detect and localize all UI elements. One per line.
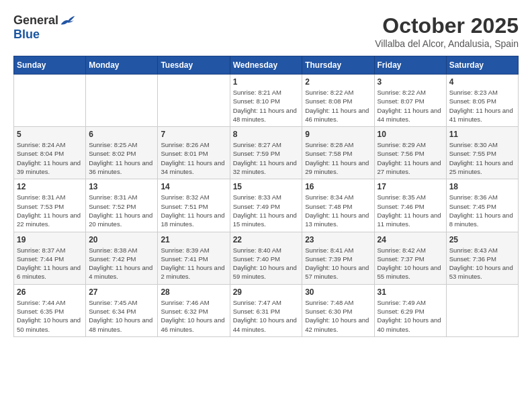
day-info: Sunrise: 7:45 AM Sunset: 6:34 PM Dayligh… xyxy=(89,298,154,334)
day-number: 23 xyxy=(305,235,371,244)
calendar-cell xyxy=(14,75,86,127)
day-number: 13 xyxy=(89,182,154,191)
calendar-cell: 1Sunrise: 8:21 AM Sunset: 8:10 PM Daylig… xyxy=(230,75,302,127)
day-info: Sunrise: 8:34 AM Sunset: 7:48 PM Dayligh… xyxy=(305,193,371,228)
day-of-week-header: Friday xyxy=(374,56,446,75)
day-number: 16 xyxy=(305,182,371,191)
day-number: 11 xyxy=(449,130,515,139)
calendar-cell: 15Sunrise: 8:33 AM Sunset: 7:49 PM Dayli… xyxy=(230,179,302,232)
calendar-cell: 12Sunrise: 8:31 AM Sunset: 7:53 PM Dayli… xyxy=(14,179,86,232)
day-info: Sunrise: 8:22 AM Sunset: 8:08 PM Dayligh… xyxy=(305,88,371,124)
day-number: 12 xyxy=(17,182,83,191)
calendar-cell: 5Sunrise: 8:24 AM Sunset: 8:04 PM Daylig… xyxy=(14,127,86,179)
calendar-cell xyxy=(86,75,158,127)
day-info: Sunrise: 7:44 AM Sunset: 6:35 PM Dayligh… xyxy=(17,298,83,334)
day-info: Sunrise: 8:29 AM Sunset: 7:56 PM Dayligh… xyxy=(378,140,443,176)
calendar-cell: 31Sunrise: 7:49 AM Sunset: 6:29 PM Dayli… xyxy=(374,284,446,336)
calendar-cell xyxy=(446,284,518,336)
calendar-cell xyxy=(158,75,230,127)
calendar-cell: 8Sunrise: 8:27 AM Sunset: 7:59 PM Daylig… xyxy=(230,127,302,179)
logo-general-text: General xyxy=(13,13,58,28)
calendar-cell: 17Sunrise: 8:35 AM Sunset: 7:46 PM Dayli… xyxy=(374,179,446,232)
day-number: 5 xyxy=(17,130,83,139)
calendar-cell: 25Sunrise: 8:43 AM Sunset: 7:36 PM Dayli… xyxy=(446,232,518,284)
day-of-week-header: Sunday xyxy=(14,56,86,75)
month-title: October 2025 xyxy=(375,13,519,38)
day-info: Sunrise: 7:48 AM Sunset: 6:30 PM Dayligh… xyxy=(305,298,371,334)
calendar-cell: 6Sunrise: 8:25 AM Sunset: 8:02 PM Daylig… xyxy=(86,127,158,179)
day-number: 7 xyxy=(161,130,226,139)
day-info: Sunrise: 7:49 AM Sunset: 6:29 PM Dayligh… xyxy=(378,298,443,334)
day-info: Sunrise: 8:22 AM Sunset: 8:07 PM Dayligh… xyxy=(378,88,443,124)
day-number: 1 xyxy=(233,77,300,87)
day-info: Sunrise: 8:31 AM Sunset: 7:52 PM Dayligh… xyxy=(89,193,154,228)
day-info: Sunrise: 8:28 AM Sunset: 7:58 PM Dayligh… xyxy=(305,140,371,176)
day-info: Sunrise: 8:36 AM Sunset: 7:45 PM Dayligh… xyxy=(449,193,515,228)
day-number: 26 xyxy=(17,287,83,297)
calendar-cell: 9Sunrise: 8:28 AM Sunset: 7:58 PM Daylig… xyxy=(302,127,374,179)
calendar-week-row: 12Sunrise: 8:31 AM Sunset: 7:53 PM Dayli… xyxy=(14,179,519,232)
day-number: 25 xyxy=(449,235,515,244)
calendar-cell: 7Sunrise: 8:26 AM Sunset: 8:01 PM Daylig… xyxy=(158,127,230,179)
calendar: SundayMondayTuesdayWednesdayThursdayFrid… xyxy=(13,56,519,337)
calendar-cell: 20Sunrise: 8:38 AM Sunset: 7:42 PM Dayli… xyxy=(86,232,158,284)
title-area: October 2025 Villalba del Alcor, Andalus… xyxy=(375,13,519,49)
calendar-cell: 28Sunrise: 7:46 AM Sunset: 6:32 PM Dayli… xyxy=(158,284,230,336)
day-info: Sunrise: 8:35 AM Sunset: 7:46 PM Dayligh… xyxy=(378,193,443,228)
logo: General Blue xyxy=(13,13,76,42)
day-number: 9 xyxy=(305,130,371,139)
day-info: Sunrise: 8:25 AM Sunset: 8:02 PM Dayligh… xyxy=(89,140,154,176)
calendar-cell: 27Sunrise: 7:45 AM Sunset: 6:34 PM Dayli… xyxy=(86,284,158,336)
day-number: 3 xyxy=(378,77,443,87)
day-of-week-header: Saturday xyxy=(446,56,518,75)
day-number: 15 xyxy=(233,182,300,191)
day-info: Sunrise: 8:26 AM Sunset: 8:01 PM Dayligh… xyxy=(161,140,226,176)
day-info: Sunrise: 8:37 AM Sunset: 7:44 PM Dayligh… xyxy=(17,246,83,281)
day-number: 6 xyxy=(89,130,154,139)
logo-blue-text: Blue xyxy=(13,28,40,42)
day-number: 4 xyxy=(449,77,515,87)
calendar-week-row: 26Sunrise: 7:44 AM Sunset: 6:35 PM Dayli… xyxy=(14,284,519,336)
day-number: 24 xyxy=(378,235,443,244)
day-info: Sunrise: 8:43 AM Sunset: 7:36 PM Dayligh… xyxy=(449,246,515,281)
calendar-cell: 14Sunrise: 8:32 AM Sunset: 7:51 PM Dayli… xyxy=(158,179,230,232)
day-info: Sunrise: 8:30 AM Sunset: 7:55 PM Dayligh… xyxy=(449,140,515,176)
day-number: 8 xyxy=(233,130,300,139)
calendar-cell: 4Sunrise: 8:23 AM Sunset: 8:05 PM Daylig… xyxy=(446,75,518,127)
calendar-cell: 29Sunrise: 7:47 AM Sunset: 6:31 PM Dayli… xyxy=(230,284,302,336)
day-info: Sunrise: 8:33 AM Sunset: 7:49 PM Dayligh… xyxy=(233,193,300,228)
day-info: Sunrise: 8:23 AM Sunset: 8:05 PM Dayligh… xyxy=(449,88,515,124)
calendar-cell: 11Sunrise: 8:30 AM Sunset: 7:55 PM Dayli… xyxy=(446,127,518,179)
day-info: Sunrise: 8:21 AM Sunset: 8:10 PM Dayligh… xyxy=(233,88,300,124)
calendar-cell: 23Sunrise: 8:41 AM Sunset: 7:39 PM Dayli… xyxy=(302,232,374,284)
day-number: 18 xyxy=(449,182,515,191)
calendar-cell: 19Sunrise: 8:37 AM Sunset: 7:44 PM Dayli… xyxy=(14,232,86,284)
day-of-week-header: Thursday xyxy=(302,56,374,75)
calendar-cell: 16Sunrise: 8:34 AM Sunset: 7:48 PM Dayli… xyxy=(302,179,374,232)
day-info: Sunrise: 8:24 AM Sunset: 8:04 PM Dayligh… xyxy=(17,140,83,176)
day-info: Sunrise: 8:32 AM Sunset: 7:51 PM Dayligh… xyxy=(161,193,226,228)
day-number: 28 xyxy=(161,287,226,297)
day-info: Sunrise: 8:41 AM Sunset: 7:39 PM Dayligh… xyxy=(305,246,371,281)
day-number: 27 xyxy=(89,287,154,297)
day-number: 17 xyxy=(378,182,443,191)
day-number: 10 xyxy=(378,130,443,139)
location-title: Villalba del Alcor, Andalusia, Spain xyxy=(375,38,519,49)
calendar-cell: 3Sunrise: 8:22 AM Sunset: 8:07 PM Daylig… xyxy=(374,75,446,127)
calendar-cell: 30Sunrise: 7:48 AM Sunset: 6:30 PM Dayli… xyxy=(302,284,374,336)
day-info: Sunrise: 8:31 AM Sunset: 7:53 PM Dayligh… xyxy=(17,193,83,228)
calendar-cell: 24Sunrise: 8:42 AM Sunset: 7:37 PM Dayli… xyxy=(374,232,446,284)
day-info: Sunrise: 7:46 AM Sunset: 6:32 PM Dayligh… xyxy=(161,298,226,334)
day-info: Sunrise: 8:39 AM Sunset: 7:41 PM Dayligh… xyxy=(161,246,226,281)
day-info: Sunrise: 8:40 AM Sunset: 7:40 PM Dayligh… xyxy=(233,246,300,281)
day-info: Sunrise: 8:38 AM Sunset: 7:42 PM Dayligh… xyxy=(89,246,154,281)
day-number: 2 xyxy=(305,77,371,87)
day-of-week-header: Monday xyxy=(86,56,158,75)
day-of-week-header: Wednesday xyxy=(230,56,302,75)
calendar-cell: 10Sunrise: 8:29 AM Sunset: 7:56 PM Dayli… xyxy=(374,127,446,179)
day-number: 22 xyxy=(233,235,300,244)
calendar-week-row: 1Sunrise: 8:21 AM Sunset: 8:10 PM Daylig… xyxy=(14,75,519,127)
day-number: 31 xyxy=(378,287,443,297)
calendar-cell: 13Sunrise: 8:31 AM Sunset: 7:52 PM Dayli… xyxy=(86,179,158,232)
calendar-cell: 26Sunrise: 7:44 AM Sunset: 6:35 PM Dayli… xyxy=(14,284,86,336)
